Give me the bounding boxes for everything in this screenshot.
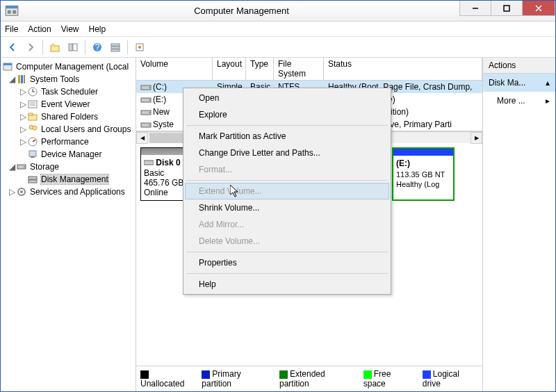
back-button[interactable] bbox=[5, 40, 20, 55]
svg-rect-15 bbox=[111, 49, 120, 51]
maximize-button[interactable] bbox=[491, 1, 523, 16]
up-button[interactable] bbox=[47, 40, 63, 55]
cursor-icon bbox=[230, 185, 241, 201]
svg-point-43 bbox=[149, 87, 150, 88]
expand-icon[interactable]: ▷ bbox=[19, 99, 27, 109]
scroll-left-icon[interactable]: ◀ bbox=[136, 132, 148, 144]
show-hide-tree-button[interactable] bbox=[65, 40, 81, 55]
svg-rect-1 bbox=[6, 6, 18, 8]
legend-item: Extended partition bbox=[279, 369, 355, 389]
menu-file[interactable]: File bbox=[5, 24, 18, 34]
ctx-change-letter[interactable]: Change Drive Letter and Paths... bbox=[185, 145, 389, 161]
tree-root[interactable]: Computer Management (Local bbox=[2, 60, 134, 73]
ctx-explore[interactable]: Explore bbox=[185, 106, 389, 123]
partition[interactable]: (E:)113.35 GB NTHealthy (Log bbox=[392, 147, 455, 201]
menu-action[interactable]: Action bbox=[28, 24, 51, 34]
expand-icon[interactable]: ▷ bbox=[19, 137, 27, 147]
tree-local-users[interactable]: ▷ Local Users and Groups bbox=[2, 123, 134, 136]
svg-rect-30 bbox=[28, 113, 33, 115]
ctx-extend-volume[interactable]: Extend Volume... bbox=[185, 183, 389, 199]
disk-icon bbox=[144, 158, 154, 168]
col-layout[interactable]: Layout bbox=[213, 58, 246, 81]
collapse-icon[interactable]: ◢ bbox=[8, 74, 16, 84]
minimize-button[interactable] bbox=[459, 1, 491, 16]
titlebar[interactable]: Computer Management bbox=[1, 1, 555, 22]
tree-task-scheduler[interactable]: ▷ Task Scheduler bbox=[2, 85, 134, 98]
drive-icon bbox=[140, 83, 152, 92]
disk-state: Online bbox=[144, 188, 168, 197]
actions-header: Actions bbox=[483, 58, 555, 74]
volume-list-header[interactable]: Volume Layout Type File System Status bbox=[136, 58, 482, 81]
svg-rect-14 bbox=[111, 47, 120, 49]
drive-icon bbox=[140, 108, 152, 117]
svg-rect-34 bbox=[29, 151, 36, 156]
svg-rect-22 bbox=[24, 75, 25, 83]
close-button[interactable] bbox=[522, 1, 555, 16]
scroll-right-icon[interactable]: ▶ bbox=[471, 132, 482, 144]
col-fs[interactable]: File System bbox=[274, 58, 324, 81]
tree-performance[interactable]: ▷ Performance bbox=[2, 136, 134, 148]
ctx-add-mirror[interactable]: Add Mirror... bbox=[185, 216, 389, 233]
col-volume[interactable]: Volume bbox=[136, 58, 213, 81]
disk-type: Basic bbox=[144, 168, 164, 178]
svg-rect-5 bbox=[504, 6, 509, 11]
legend: UnallocatedPrimary partitionExtended par… bbox=[136, 366, 482, 391]
computer-management-window: Computer Management File Action View Hel… bbox=[0, 0, 556, 392]
scroll-thumb[interactable] bbox=[149, 133, 184, 143]
collapse-icon[interactable]: ◢ bbox=[8, 162, 16, 172]
legend-item: Free space bbox=[363, 369, 414, 389]
menu-help[interactable]: Help bbox=[89, 24, 106, 34]
svg-text:?: ? bbox=[95, 42, 100, 52]
expand-icon[interactable]: ▷ bbox=[8, 187, 16, 197]
disk-label: Disk 0 bbox=[156, 158, 180, 168]
ctx-help[interactable]: Help bbox=[185, 276, 389, 293]
svg-rect-2 bbox=[8, 10, 11, 13]
svg-rect-8 bbox=[51, 46, 59, 51]
toolbar: ? bbox=[1, 37, 555, 58]
menu-view[interactable]: View bbox=[61, 24, 79, 34]
tree-services[interactable]: ▷ Services and Applications bbox=[2, 186, 134, 198]
view-button[interactable] bbox=[108, 40, 123, 55]
svg-rect-10 bbox=[73, 44, 77, 51]
window-title: Computer Management bbox=[23, 6, 460, 16]
svg-point-41 bbox=[20, 190, 23, 193]
svg-rect-38 bbox=[28, 177, 37, 179]
svg-rect-13 bbox=[111, 44, 120, 46]
actions-disk-management[interactable]: Disk Ma... ▴ bbox=[483, 74, 555, 92]
svg-point-45 bbox=[149, 99, 150, 101]
tree-shared-folders[interactable]: ▷ Shared Folders bbox=[2, 111, 134, 123]
tree-disk-management[interactable]: Disk Management bbox=[2, 173, 134, 186]
expand-icon[interactable]: ▷ bbox=[19, 124, 27, 134]
svg-rect-21 bbox=[21, 75, 23, 83]
ctx-properties[interactable]: Properties bbox=[185, 254, 389, 271]
svg-rect-3 bbox=[13, 10, 16, 13]
col-status[interactable]: Status bbox=[324, 58, 482, 81]
actions-more[interactable]: More ... ▸ bbox=[483, 92, 555, 110]
chevron-up-icon: ▴ bbox=[546, 78, 550, 88]
tree-storage[interactable]: ◢ Storage bbox=[2, 161, 134, 173]
svg-point-49 bbox=[149, 124, 150, 126]
svg-rect-50 bbox=[144, 161, 154, 165]
svg-point-32 bbox=[33, 126, 37, 130]
legend-item: Logical drive bbox=[423, 369, 478, 389]
settings-button[interactable] bbox=[132, 40, 147, 55]
col-type[interactable]: Type bbox=[246, 58, 274, 81]
navigation-tree[interactable]: Computer Management (Local ◢ System Tool… bbox=[1, 58, 136, 391]
menubar: File Action View Help bbox=[1, 22, 555, 37]
tree-device-manager[interactable]: Device Manager bbox=[2, 148, 134, 161]
forward-button[interactable] bbox=[23, 40, 38, 55]
ctx-format[interactable]: Format... bbox=[185, 161, 389, 178]
ctx-shrink-volume[interactable]: Shrink Volume... bbox=[185, 199, 389, 216]
expand-icon[interactable]: ▷ bbox=[19, 87, 27, 97]
svg-rect-9 bbox=[69, 44, 72, 51]
ctx-mark-active[interactable]: Mark Partition as Active bbox=[185, 128, 389, 145]
ctx-delete-volume[interactable]: Delete Volume... bbox=[185, 233, 389, 250]
chevron-right-icon: ▸ bbox=[546, 96, 550, 106]
ctx-open[interactable]: Open bbox=[185, 90, 389, 106]
svg-point-37 bbox=[24, 166, 25, 168]
expand-icon[interactable]: ▷ bbox=[19, 112, 27, 122]
tree-system-tools[interactable]: ◢ System Tools bbox=[2, 73, 134, 85]
context-menu[interactable]: Open Explore Mark Partition as Active Ch… bbox=[183, 88, 391, 295]
help-button[interactable]: ? bbox=[90, 40, 105, 55]
tree-event-viewer[interactable]: ▷ Event Viewer bbox=[2, 98, 134, 111]
